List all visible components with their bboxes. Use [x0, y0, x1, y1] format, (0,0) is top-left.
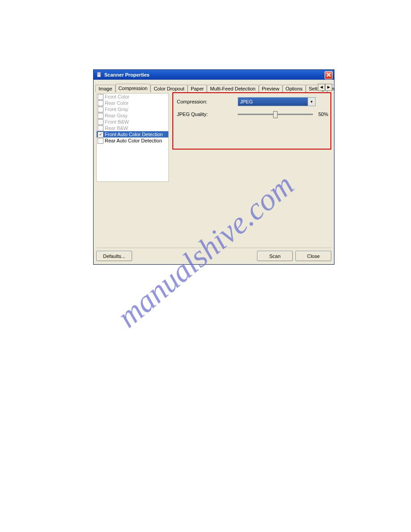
- jpeg-quality-row: JPEG Quality: 50%: [177, 110, 329, 118]
- tab-label: Paper: [191, 86, 204, 91]
- sidebar-item-front-gray[interactable]: Front Gray: [97, 106, 168, 112]
- dropdown-arrow-button[interactable]: ▼: [308, 98, 315, 106]
- checkbox[interactable]: [98, 100, 103, 106]
- checkbox[interactable]: [98, 94, 103, 100]
- tab-label: Image: [98, 86, 112, 91]
- tab-scroll-controls: ◀ ▶: [318, 84, 332, 91]
- close-window-button[interactable]: [325, 71, 333, 79]
- checkbox[interactable]: [98, 107, 103, 112]
- sidebar-item-label: Rear Gray: [105, 113, 128, 118]
- checkbox[interactable]: [98, 113, 103, 119]
- chevron-right-icon: ▶: [327, 86, 330, 89]
- compression-value: JPEG: [240, 99, 253, 104]
- compression-dropdown[interactable]: JPEG ▼: [238, 97, 316, 106]
- tabstrip: ImageCompressionColor DropoutPaperMulti-…: [94, 82, 334, 92]
- app-icon: [96, 72, 103, 78]
- sidebar-item-rear-b-w[interactable]: Rear B&W: [97, 125, 168, 131]
- sidebar-item-label: Rear Color: [105, 100, 128, 106]
- checkbox[interactable]: [98, 138, 103, 144]
- content-area: Front ColorRear ColorFront GrayRear Gray…: [96, 93, 331, 247]
- tab-color-dropout[interactable]: Color Dropout: [150, 85, 187, 92]
- checkbox[interactable]: [98, 119, 103, 125]
- sidebar-item-label: Rear B&W: [105, 125, 128, 131]
- defaults-button[interactable]: Defaults...: [96, 251, 132, 261]
- titlebar: Scanner Properties: [94, 70, 334, 80]
- scan-button[interactable]: Scan: [257, 251, 293, 261]
- sidebar-item-front-color[interactable]: Front Color: [97, 94, 168, 100]
- tab-preview[interactable]: Preview: [259, 85, 283, 92]
- tab-label: Color Dropout: [154, 86, 184, 91]
- jpeg-quality-label: JPEG Quality:: [177, 112, 217, 117]
- close-icon: [326, 73, 331, 78]
- slider-thumb[interactable]: [273, 111, 278, 118]
- tab-paper[interactable]: Paper: [188, 85, 207, 92]
- close-button-label: Close: [307, 253, 320, 259]
- tab-label: Preview: [262, 86, 279, 91]
- sidebar-item-front-b-w[interactable]: Front B&W: [97, 119, 168, 125]
- sidebar-item-label: Front Auto Color Detection: [105, 132, 163, 137]
- tab-label: Compression: [119, 86, 148, 91]
- sidebar-item-front-auto-color-detection[interactable]: ✓Front Auto Color Detection: [97, 131, 168, 137]
- tab-image[interactable]: Image: [95, 85, 116, 92]
- defaults-button-label: Defaults...: [103, 253, 125, 259]
- scanner-properties-window: Scanner Properties ImageCompressionColor…: [93, 69, 334, 265]
- sidebar-item-label: Front Color: [105, 94, 129, 99]
- sidebar-item-rear-auto-color-detection[interactable]: Rear Auto Color Detection: [97, 137, 168, 144]
- compression-label: Compression:: [177, 99, 217, 104]
- compression-row: Compression: JPEG ▼: [177, 98, 329, 106]
- tab-label: Multi-Feed Detection: [210, 86, 256, 91]
- chevron-down-icon: ▼: [310, 100, 313, 104]
- tab-scroll-left-button[interactable]: ◀: [318, 84, 325, 91]
- image-type-sidebar: Front ColorRear ColorFront GrayRear Gray…: [96, 93, 169, 182]
- close-button[interactable]: Close: [295, 251, 331, 261]
- jpeg-quality-value: 50%: [318, 112, 328, 117]
- sidebar-item-rear-gray[interactable]: Rear Gray: [97, 112, 168, 119]
- tab-options[interactable]: Options: [283, 85, 306, 92]
- tab-multi-feed-detection[interactable]: Multi-Feed Detection: [207, 85, 259, 92]
- checkbox[interactable]: [98, 125, 103, 131]
- tab-scroll-right-button[interactable]: ▶: [325, 84, 332, 91]
- checkbox[interactable]: ✓: [98, 132, 103, 137]
- sidebar-item-label: Rear Auto Color Detection: [105, 138, 162, 143]
- sidebar-item-rear-color[interactable]: Rear Color: [97, 100, 168, 106]
- tab-label: Options: [286, 86, 303, 91]
- chevron-left-icon: ◀: [320, 86, 323, 89]
- window-title: Scanner Properties: [104, 72, 150, 77]
- dialog-footer: Defaults... Close Scan: [96, 248, 331, 261]
- scan-button-label: Scan: [269, 253, 280, 259]
- sidebar-item-label: Front B&W: [105, 119, 129, 124]
- tab-compression[interactable]: Compression: [116, 84, 151, 92]
- jpeg-quality-slider[interactable]: [238, 110, 313, 118]
- sidebar-item-label: Front Gray: [105, 107, 128, 112]
